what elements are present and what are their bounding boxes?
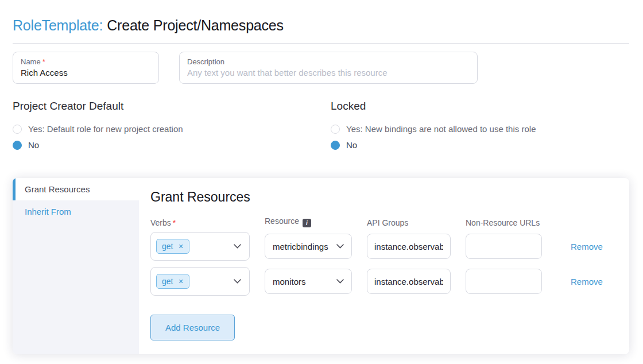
chevron-down-icon [234, 279, 241, 284]
page-title-resource-type: RoleTemplate: [13, 17, 103, 33]
radio-label: No [28, 140, 39, 150]
radio-label: Yes: Default role for new project creati… [28, 124, 183, 134]
resources-panel: Grant Resources Inherit From Grant Resou… [13, 178, 629, 354]
non-resource-urls-column-label: Non-Resource URLs [466, 218, 542, 227]
chevron-down-icon [234, 244, 241, 249]
required-asterisk: * [173, 218, 176, 227]
verb-tag: get✕ [156, 274, 189, 289]
tab-grant-resources[interactable]: Grant Resources [13, 178, 139, 200]
remove-row-link[interactable]: Remove [557, 277, 603, 286]
verb-tag-label: get [162, 242, 173, 251]
add-resource-button[interactable]: Add Resource [150, 315, 235, 340]
non-resource-urls-input[interactable] [466, 269, 542, 294]
panel-tab-list: Grant Resources Inherit From [13, 178, 139, 354]
non-resource-urls-input[interactable] [466, 234, 542, 259]
verb-tag: get✕ [156, 239, 189, 254]
radio-sections: Project Creator Default Yes: Default rol… [13, 100, 629, 156]
resource-row: get✕ metricbindings Remove [150, 232, 615, 261]
chevron-down-icon [336, 279, 344, 284]
page-title-action: Create Project/Namespaces [107, 17, 284, 33]
remove-verb-icon[interactable]: ✕ [178, 278, 183, 285]
radio-button-icon[interactable] [13, 125, 22, 134]
resource-select[interactable]: monitors [265, 269, 352, 294]
api-groups-column-label: API Groups [367, 218, 451, 227]
description-field[interactable]: Description [179, 52, 478, 84]
resource-select-value: monitors [273, 277, 306, 286]
verbs-column-label: Verbs* [150, 218, 250, 227]
role-template-create-page: RoleTemplate:Create Project/Namespaces N… [0, 0, 636, 354]
resource-select-value: metricbindings [273, 242, 328, 251]
page-title: RoleTemplate:Create Project/Namespaces [13, 17, 629, 34]
remove-row-link[interactable]: Remove [557, 242, 603, 251]
radio-button-icon[interactable] [331, 125, 340, 134]
header-divider [13, 43, 629, 44]
radio-button-icon[interactable] [331, 141, 340, 150]
radio-button-icon[interactable] [13, 141, 22, 150]
description-input[interactable] [187, 68, 470, 78]
name-label: Name* [21, 57, 151, 66]
resource-row: get✕ monitors Remove [150, 267, 615, 296]
verbs-select[interactable]: get✕ [150, 267, 250, 296]
tab-inherit-from[interactable]: Inherit From [13, 200, 139, 223]
api-groups-input[interactable] [367, 269, 451, 294]
project-creator-default-section: Project Creator Default Yes: Default rol… [13, 100, 331, 156]
radio-label: No [346, 140, 357, 150]
info-tooltip-icon[interactable]: i [303, 219, 311, 227]
column-headers: Verbs* Resourcei API Groups Non-Resource… [150, 216, 615, 227]
radio-project-default-yes[interactable]: Yes: Default role for new project creati… [13, 124, 331, 134]
resource-column-label: Resourcei [265, 216, 352, 227]
project-creator-default-heading: Project Creator Default [13, 100, 331, 113]
api-groups-input[interactable] [367, 234, 451, 259]
name-input[interactable] [21, 68, 151, 78]
chevron-down-icon [336, 244, 344, 249]
verbs-select[interactable]: get✕ [150, 232, 250, 261]
remove-verb-icon[interactable]: ✕ [178, 243, 183, 250]
description-label: Description [187, 57, 470, 66]
required-asterisk: * [42, 57, 45, 66]
radio-locked-yes[interactable]: Yes: New bindings are not allowed to use… [331, 124, 536, 134]
radio-locked-no[interactable]: No [331, 140, 536, 150]
verb-tag-label: get [162, 277, 173, 286]
name-field[interactable]: Name* [13, 52, 159, 84]
locked-section: Locked Yes: New bindings are not allowed… [331, 100, 536, 156]
resource-select[interactable]: metricbindings [265, 234, 352, 259]
grant-resources-pane: Grant Resources Verbs* Resourcei API Gro… [139, 178, 629, 354]
locked-heading: Locked [331, 100, 536, 113]
grant-resources-heading: Grant Resources [150, 189, 615, 205]
radio-project-default-no[interactable]: No [13, 140, 331, 150]
radio-label: Yes: New bindings are not allowed to use… [346, 124, 536, 134]
top-form-row: Name* Description [13, 52, 629, 84]
